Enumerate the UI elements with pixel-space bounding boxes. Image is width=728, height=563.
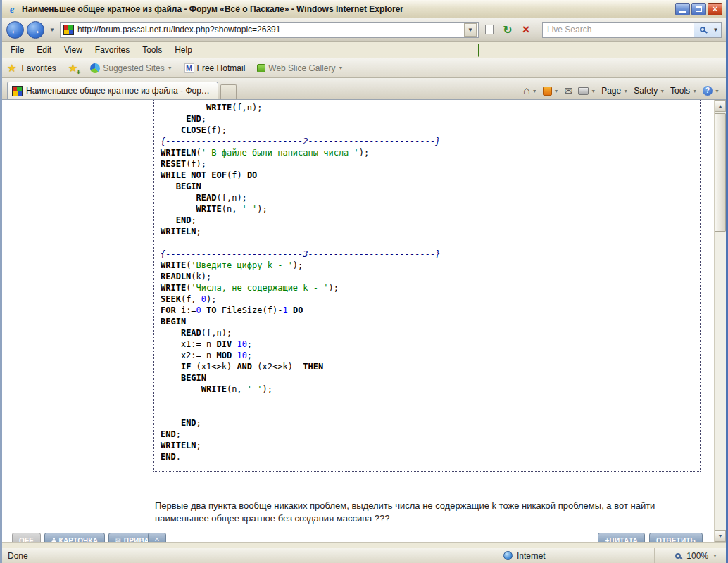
rss-icon [543,87,552,96]
code-line: WRITELN(' В файле были написаны числа ')… [161,147,694,158]
tools-menu-button[interactable]: Tools▼ [670,86,697,96]
search-button[interactable] [694,23,710,37]
window-frame-strip [2,542,726,548]
search-box[interactable]: Live Search ▼ [542,22,722,38]
code-line: x1:= n DIV 10; [161,339,694,350]
new-tab-button[interactable] [220,84,237,99]
search-input[interactable]: Live Search [547,25,694,34]
code-line [161,237,694,248]
code-line: WRITE(f,n); [161,102,694,113]
post-text: Первые два пункта вообще никаких проблем… [155,500,679,525]
chevron-down-icon: ▼ [591,89,596,94]
page-menu-button[interactable]: Page▼ [601,86,628,96]
chevron-down-icon: ▼ [713,553,717,558]
home-icon: ⌂ [523,85,530,96]
back-button[interactable]: ← [6,21,24,39]
globe-icon [503,551,513,560]
web-slice-gallery-label: Web Slice Gallery [268,63,335,73]
menu-view[interactable]: View [58,42,89,58]
hotmail-icon: M [184,63,194,73]
code-line: WRITELN; [161,226,694,237]
chevron-down-icon: ▼ [532,89,537,94]
address-bar[interactable]: http://forum.pascal.net.ru/index.php?sho… [60,22,479,38]
safety-menu-button[interactable]: Safety▼ [634,86,665,96]
chevron-down-icon: ▼ [168,65,172,70]
close-button[interactable]: ✕ [708,3,722,15]
code-line: CLOSE(f); [161,125,694,136]
menu-edit[interactable]: Edit [30,42,58,58]
tab-favicon-icon [12,86,23,96]
scroll-down-button[interactable]: ▼ [715,530,726,542]
user-card-button[interactable]: КАРТОЧКА [44,533,105,542]
url-text[interactable]: http://forum.pascal.net.ru/index.php?sho… [77,25,460,34]
suggested-sites-icon [90,63,100,73]
collapse-label: ^ [155,537,159,543]
favorites-bar: ★ Favorites ★ Suggested Sites ▼ M Free H… [2,58,726,78]
feeds-button[interactable]: ▼ [543,87,559,96]
chevron-down-icon: ▼ [554,89,559,94]
addon-shield-icon[interactable] [478,44,479,57]
free-hotmail-label: Free Hotmail [197,63,246,73]
favorites-item-web-slice-gallery[interactable]: Web Slice Gallery ▼ [252,62,348,75]
code-line: END; [161,113,694,125]
code-line: READLN(k); [161,271,694,282]
scroll-up-button[interactable]: ▲ [715,100,726,112]
active-tab[interactable]: Наименьшее общее кратное из файла - Фору… [7,82,218,99]
menu-tools[interactable]: Tools [136,42,168,58]
favorites-item-free-hotmail[interactable]: M Free Hotmail [180,62,251,75]
code-line: READ(f,n); [161,327,694,339]
quote-button[interactable]: +ЦИТАТА [598,533,645,542]
mail-icon: ✉ [565,86,573,96]
code-line: {---------------------------2-----------… [161,136,694,147]
reply-button[interactable]: ОТВЕТИТЬ [649,533,703,542]
add-favorite-icon[interactable]: ★ [68,62,77,75]
chevron-down-icon: ▼ [660,89,665,94]
favorites-button[interactable]: Favorites [21,63,56,73]
tab-bar: Наименьшее общее кратное из файла - Фору… [2,78,726,100]
menu-file[interactable]: File [4,42,30,58]
code-line: END; [161,429,694,440]
code-line: END; [161,417,694,429]
stop-button[interactable]: × [518,22,534,38]
offline-status-button[interactable]: OFF [12,533,41,542]
printer-icon [578,87,589,95]
menu-help[interactable]: Help [168,42,199,58]
chevron-down-icon: ▼ [715,89,720,94]
compatibility-view-button[interactable] [482,22,497,38]
tools-menu-label: Tools [670,86,690,96]
code-line: WRITE(n, ' '); [161,203,694,215]
code-line: READ(f,n); [161,192,694,203]
code-line: WRITELN; [161,440,694,451]
collapse-post-button[interactable]: ^ [148,533,166,542]
home-button[interactable]: ⌂▼ [523,85,537,96]
vertical-scrollbar[interactable]: ▲ ▼ [714,100,726,542]
code-line: WRITE('Числа, не содержащие k - '); [161,282,694,293]
minimize-button[interactable] [675,3,690,15]
address-dropdown[interactable]: ▼ [464,23,477,37]
maximize-button[interactable] [691,3,706,15]
zone-label: Internet [517,551,546,561]
favorites-star-icon: ★ [7,62,16,75]
page: WRITE(f,n); END; CLOSE(f);{-------------… [2,100,714,542]
help-menu-button[interactable]: ?▼ [703,86,720,96]
code-line: END. [161,451,694,462]
chevron-down-icon: ▼ [623,89,628,94]
zoom-level: 100% [686,551,708,561]
browser-window: e Наименьшее общее кратное из файла - Фо… [0,0,728,563]
search-provider-dropdown[interactable]: ▼ [710,23,721,37]
menu-favorites[interactable]: Favorites [89,42,136,58]
page-icon [485,25,494,34]
code-line [161,395,694,406]
mail-icon: ✉ [115,538,121,543]
print-button[interactable]: ▼ [578,87,596,95]
zoom-control[interactable]: 100% ▼ [654,548,724,563]
favorites-item-suggested-sites[interactable]: Suggested Sites ▼ [85,62,177,75]
reply-label: ОТВЕТИТЬ [656,537,696,543]
history-dropdown[interactable]: ▼ [47,27,57,33]
read-mail-button[interactable]: ✉ [565,86,573,96]
forward-button[interactable]: → [27,21,44,39]
code-line: BEGIN [161,316,694,327]
offline-label: OFF [19,537,34,543]
refresh-button[interactable]: ↻ [500,22,515,38]
scrollbar-thumb[interactable] [715,113,726,232]
